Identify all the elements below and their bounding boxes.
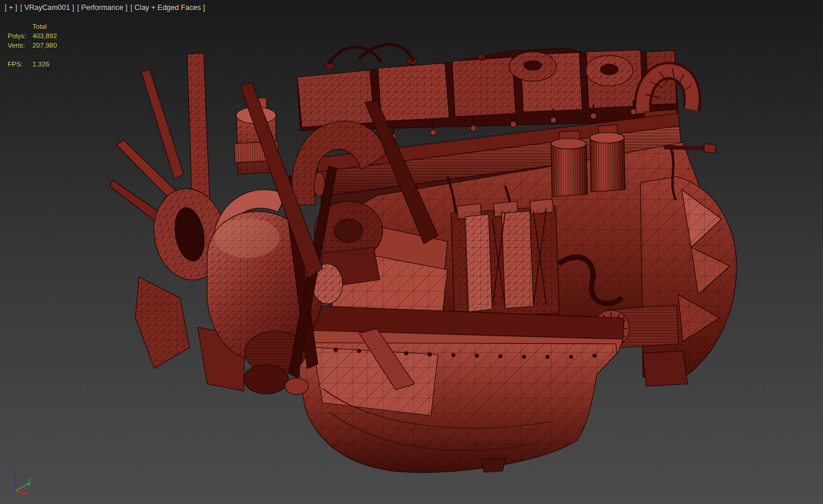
verts-label: Verts: bbox=[8, 41, 32, 50]
stats-spacer bbox=[8, 22, 32, 31]
polys-label: Polys: bbox=[8, 31, 32, 41]
verts-value: 207,980 bbox=[32, 41, 57, 50]
viewport-menu-camera[interactable]: [ VRayCam001 ] bbox=[20, 4, 74, 12]
drain-plug bbox=[482, 458, 505, 472]
fps-label: FPS: bbox=[8, 59, 32, 69]
viewport-3d[interactable]: [ + ] [ VRayCam001 ] [ Performance ] [ C… bbox=[0, 0, 823, 504]
viewport-menu-performance[interactable]: [ Performance ] bbox=[77, 4, 127, 12]
viewport-menu-shading[interactable]: [ Clay + Edged Faces ] bbox=[130, 4, 205, 12]
viewport-label: [ + ] [ VRayCam001 ] [ Performance ] [ C… bbox=[5, 4, 205, 12]
y-axis-label: y bbox=[28, 476, 31, 482]
wire-hose bbox=[359, 45, 413, 61]
world-axis-gizmo: z x y bbox=[8, 466, 49, 500]
stats-column-header: Total bbox=[32, 22, 57, 31]
x-axis-label: x bbox=[22, 485, 25, 491]
valve-covers bbox=[297, 45, 678, 131]
flywheel-housing bbox=[641, 177, 736, 386]
oil-pan bbox=[290, 329, 623, 473]
oil-cooler bbox=[451, 199, 559, 318]
engine-model[interactable] bbox=[0, 0, 823, 504]
polys-value: 403,892 bbox=[32, 31, 57, 41]
z-axis-label: z bbox=[14, 465, 16, 472]
fps-value: 1.326 bbox=[32, 59, 57, 69]
statistics-overlay: Total Polys: 403,892 Verts: 207,980 FPS:… bbox=[8, 22, 57, 69]
viewport-menu-general[interactable]: [ + ] bbox=[5, 4, 17, 12]
